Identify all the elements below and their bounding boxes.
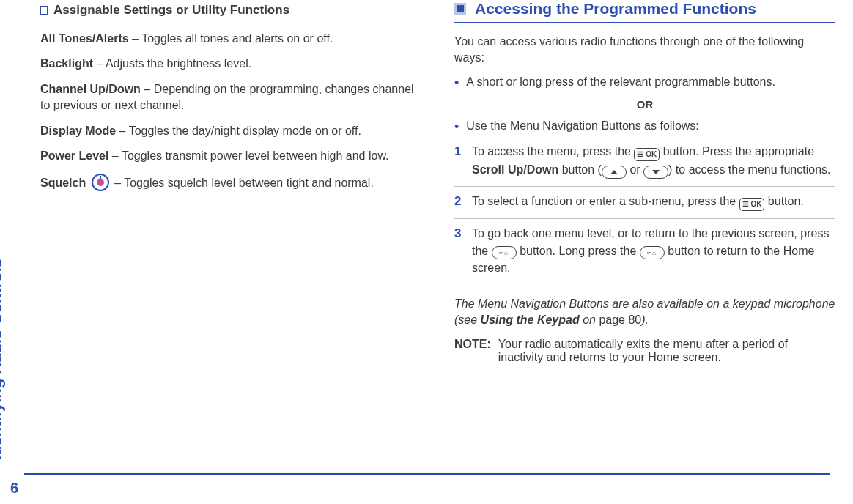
s1c: Scroll Up/Down [472, 163, 558, 176]
setting-display-mode: Display Mode – Toggles the day/night dis… [40, 123, 421, 139]
step-2: 2 To select a function or enter a sub-me… [454, 193, 835, 211]
s2b: button. [764, 195, 803, 207]
scroll-down-button-icon [643, 166, 668, 179]
footer-rule [24, 473, 830, 475]
setting-squelch: Squelch – Toggles squelch level between … [40, 173, 421, 192]
svg-marker-4 [652, 170, 660, 174]
s3b: button. Long press the [517, 245, 640, 257]
desc-display-mode: – Toggles the day/night display mode on … [116, 125, 361, 137]
menu-ok-button-icon: ☰ OK [739, 198, 765, 211]
setting-all-tones: All Tones/Alerts – Toggles all tones and… [40, 31, 421, 47]
svg-point-1 [97, 179, 104, 186]
term-backlight: Backlight [40, 57, 93, 70]
svg-text:⤺⌂: ⤺⌂ [499, 250, 508, 256]
term-display-mode: Display Mode [40, 125, 116, 137]
bullet-short-long-press: • A short or long press of the relevant … [454, 75, 835, 92]
fn-b: Using the Keypad [481, 314, 580, 326]
bullet-dot-icon: • [454, 75, 459, 92]
note-text: Your radio automatically exits the menu … [498, 338, 835, 364]
sidebar-chapter-label: Identifying Radio Controls [0, 259, 6, 460]
back-home-button-icon: ⤺⌂ [492, 246, 517, 259]
right-intro: You can access various radio functions t… [454, 34, 835, 67]
term-all-tones: All Tones/Alerts [40, 32, 129, 45]
note-label: NOTE: [454, 338, 491, 364]
s1d: button ( [558, 163, 602, 176]
subheading-box-icon [40, 6, 48, 15]
s2a: To select a function or enter a sub-menu… [472, 195, 739, 207]
fn-e: ). [641, 314, 649, 326]
bullet-menu-nav: • Use the Menu Navigation Buttons as fol… [454, 119, 835, 136]
back-home-button-icon: ⤺⌂ [640, 246, 665, 259]
left-column: Assignable Settings or Utility Functions… [40, 0, 421, 364]
svg-marker-3 [610, 170, 618, 174]
desc-all-tones: – Toggles all tones and alerts on or off… [129, 32, 333, 45]
step-1: 1 To access the menu, press the ☰ OK but… [454, 143, 835, 179]
desc-power-level: – Toggles transmit power level between h… [108, 149, 388, 162]
step-2-content: To select a function or enter a sub-menu… [472, 193, 835, 211]
squelch-knob-icon [91, 173, 110, 192]
step-1-content: To access the menu, press the ☰ OK butto… [472, 143, 835, 179]
setting-backlight: Backlight – Adjusts the brightness level… [40, 56, 421, 72]
note-block: NOTE: Your radio automatically exits the… [454, 338, 835, 364]
right-heading: Accessing the Programmed Functions [454, 0, 835, 18]
fn-c: on [580, 314, 599, 326]
fn-d: page 80 [599, 314, 641, 326]
scroll-up-button-icon [602, 166, 627, 179]
content-columns: Assignable Settings or Utility Functions… [40, 0, 839, 364]
step-3-number: 3 [454, 225, 465, 243]
section-underline [454, 22, 835, 23]
menu-ok-button-icon: ☰ OK [634, 148, 660, 161]
right-heading-text: Accessing the Programmed Functions [475, 0, 756, 18]
right-column: Accessing the Programmed Functions You c… [454, 0, 835, 364]
s1e: or [627, 163, 643, 176]
desc-squelch: – Toggles squelch level between tight an… [111, 177, 374, 189]
step-1-number: 1 [454, 143, 465, 161]
setting-channel: Channel Up/Down – Depending on the progr… [40, 81, 421, 114]
section-square-icon [454, 3, 466, 15]
or-separator: OR [454, 98, 835, 111]
step-3-content: To go back one menu level, or to return … [472, 225, 835, 276]
term-squelch: Squelch [40, 177, 86, 189]
setting-power-level: Power Level – Toggles transmit power lev… [40, 148, 421, 164]
desc-backlight: – Adjusts the brightness level. [93, 57, 251, 70]
left-subheading-text: Assignable Settings or Utility Functions [53, 3, 289, 18]
bullet2-text: Use the Menu Navigation Buttons as follo… [466, 119, 699, 133]
s1f: ) to access the menu functions. [668, 163, 830, 176]
step-2-number: 2 [454, 193, 465, 211]
term-power-level: Power Level [40, 149, 108, 162]
step-3: 3 To go back one menu level, or to retur… [454, 225, 835, 276]
step-divider [454, 218, 835, 219]
step-divider [454, 284, 835, 284]
s1a: To access the menu, press the [472, 145, 634, 158]
s1b: button. Press the appropriate [660, 145, 814, 158]
left-subheading: Assignable Settings or Utility Functions [40, 3, 421, 18]
term-channel: Channel Up/Down [40, 83, 141, 95]
step-divider [454, 186, 835, 187]
bullet1-text: A short or long press of the relevant pr… [466, 75, 775, 89]
bullet-dot-icon: • [454, 119, 459, 136]
footnote: The Menu Navigation Buttons are also ava… [454, 296, 835, 329]
page-number: 6 [10, 480, 18, 497]
svg-text:⤺⌂: ⤺⌂ [647, 250, 656, 256]
